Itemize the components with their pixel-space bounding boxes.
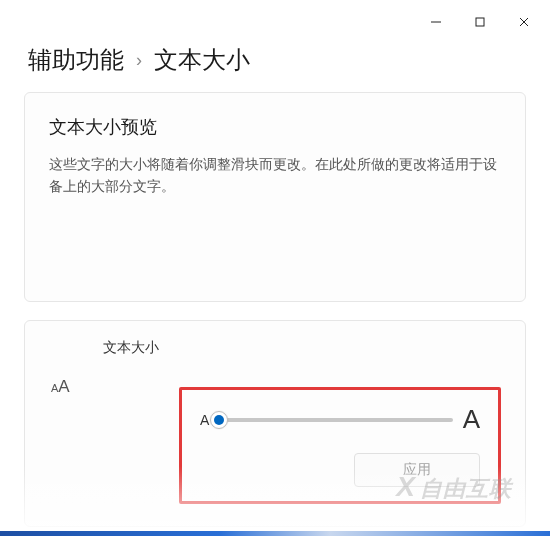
breadcrumb: 辅助功能 › 文本大小 (28, 44, 522, 76)
svg-rect-1 (476, 18, 484, 26)
slider-min-label: A (200, 412, 209, 428)
slider-thumb[interactable] (210, 411, 228, 429)
apply-row: 应用 (200, 453, 480, 487)
preview-title: 文本大小预览 (49, 115, 501, 139)
close-button[interactable] (502, 6, 546, 38)
breadcrumb-parent[interactable]: 辅助功能 (28, 44, 124, 76)
minimize-icon (431, 17, 441, 27)
window-controls (414, 6, 546, 38)
title-bar (0, 0, 550, 44)
text-size-icon: AA (51, 377, 70, 397)
preview-description: 这些文字的大小将随着你调整滑块而更改。在此处所做的更改将适用于设备上的大部分文字… (49, 153, 501, 198)
breadcrumb-current: 文本大小 (154, 44, 250, 76)
apply-button[interactable]: 应用 (354, 453, 480, 487)
slider-highlight-zone: A A 应用 (179, 387, 501, 504)
text-size-label: 文本大小 (103, 339, 501, 357)
maximize-button[interactable] (458, 6, 502, 38)
slider-max-label: A (463, 404, 480, 435)
taskbar-strip (0, 531, 550, 536)
page-header: 辅助功能 › 文本大小 (0, 44, 550, 92)
close-icon (519, 17, 529, 27)
maximize-icon (475, 17, 485, 27)
slider-track (219, 418, 452, 422)
settings-window: 辅助功能 › 文本大小 文本大小预览 这些文字的大小将随着你调整滑块而更改。在此… (0, 0, 550, 536)
content-area: 文本大小预览 这些文字的大小将随着你调整滑块而更改。在此处所做的更改将适用于设备… (0, 92, 550, 536)
minimize-button[interactable] (414, 6, 458, 38)
text-size-preview-card: 文本大小预览 这些文字的大小将随着你调整滑块而更改。在此处所做的更改将适用于设备… (24, 92, 526, 302)
chevron-right-icon: › (136, 50, 142, 71)
slider-row: A A (200, 404, 480, 435)
text-size-slider[interactable] (219, 418, 452, 422)
text-size-card: 文本大小 AA A A 应用 (24, 320, 526, 527)
